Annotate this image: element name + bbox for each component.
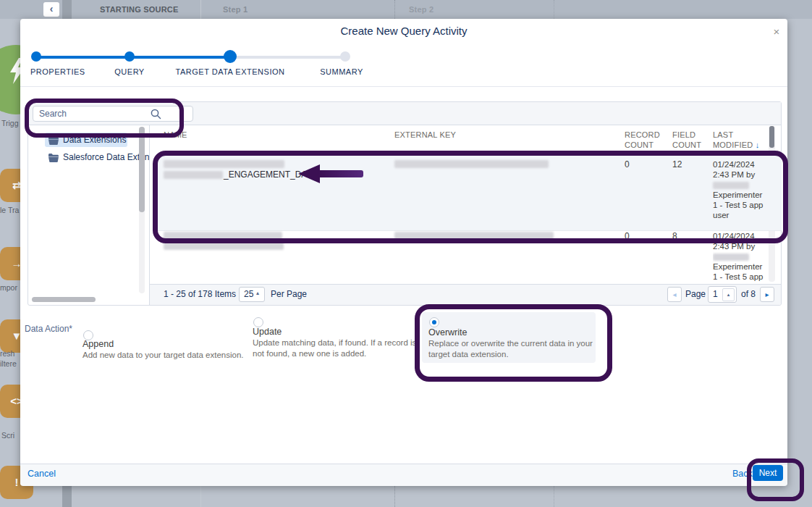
step-dot-properties[interactable] xyxy=(31,51,41,62)
sidebar-item-salesforce-data-extensions[interactable]: Salesforce Data Extens xyxy=(63,152,149,162)
update-radio[interactable] xyxy=(253,317,263,327)
tab-query[interactable]: QUERY xyxy=(114,67,144,76)
column-header-name[interactable]: NAME xyxy=(164,130,187,140)
row2-lm-user-line1: Experimenter xyxy=(713,261,775,272)
next-page-button[interactable]: ▸ xyxy=(760,287,774,302)
chevron-up-icon: ▴ xyxy=(256,290,259,296)
search-input[interactable] xyxy=(33,106,193,122)
overwrite-option-label[interactable]: Overwrite xyxy=(428,327,467,338)
tab-properties[interactable]: PROPERTIES xyxy=(30,67,85,76)
folder-icon xyxy=(48,136,59,145)
row1-field-count: 12 xyxy=(672,159,682,169)
per-page-label: Per Page xyxy=(271,289,307,299)
redacted-user-name xyxy=(713,251,775,261)
redacted-name-prefix xyxy=(164,171,223,179)
steps-divider xyxy=(20,86,787,87)
data-action-label: Data Action* xyxy=(25,324,72,334)
sort-descending-icon: ↓ xyxy=(756,141,760,149)
column-header-record-count[interactable]: RECORD COUNT xyxy=(625,130,662,150)
close-icon[interactable]: × xyxy=(770,25,783,38)
update-option-label[interactable]: Update xyxy=(253,327,282,337)
step-dot-target-data-extension[interactable] xyxy=(224,50,237,63)
cancel-button[interactable]: Cancel xyxy=(28,469,56,479)
modal-title: Create New Query Activity xyxy=(20,25,787,37)
folder-icon xyxy=(48,154,59,162)
tree-horizontal-scrollbar-thumb[interactable] xyxy=(32,297,96,302)
row2-record-count: 0 xyxy=(625,231,630,241)
page-number-value: 1 xyxy=(713,289,718,299)
items-count-text: 1 - 25 of 178 Items xyxy=(164,289,236,299)
row1-lm-time: 2:43 PM by xyxy=(713,169,775,180)
append-option-description: Add new data to your target data extensi… xyxy=(83,350,243,361)
per-page-value: 25 xyxy=(244,289,253,299)
previous-page-button[interactable]: ◂ xyxy=(667,287,682,302)
overwrite-radio[interactable] xyxy=(429,317,439,327)
last-modified-text: LAST MODIFIED xyxy=(713,130,753,149)
overwrite-option-description: Replace or overwrite the current data in… xyxy=(428,338,602,359)
page-number-input[interactable]: 1 ▴ xyxy=(708,286,737,303)
redacted-user-name xyxy=(713,180,775,190)
page-stepper-button[interactable]: ▴ xyxy=(722,288,735,301)
step-dot-summary xyxy=(340,51,350,62)
back-button[interactable]: Back xyxy=(732,469,753,479)
redacted-name-line1 xyxy=(164,232,282,240)
annotation-arrow-shaft xyxy=(318,170,363,177)
tree-panel-divider xyxy=(149,125,150,305)
page-of-total-text: of 8 xyxy=(741,289,756,299)
redacted-name-line2 xyxy=(164,242,284,250)
row2-lm-date: 01/24/2024 xyxy=(713,231,775,241)
append-option-label[interactable]: Append xyxy=(83,339,114,349)
search-icon[interactable] xyxy=(151,109,161,120)
column-header-external-key[interactable]: EXTERNAL KEY xyxy=(394,130,456,140)
page-label: Page xyxy=(685,289,706,299)
column-header-last-modified[interactable]: LAST MODIFIED ↓ xyxy=(713,130,765,150)
next-button[interactable]: Next xyxy=(753,465,783,481)
row1-record-count: 0 xyxy=(625,159,630,169)
row2-lm-user-line2: 1 - Test 5 app xyxy=(713,272,775,282)
per-page-select[interactable]: 25 ▴ xyxy=(239,287,265,302)
modal-content: Create New Query Activity × PROPERTIES Q… xyxy=(0,0,812,507)
update-option-description: Update matching data, if found. If a rec… xyxy=(253,338,425,359)
tree-vertical-scrollbar-thumb[interactable] xyxy=(139,127,145,212)
row1-lm-user-line3: user xyxy=(713,210,775,220)
row1-lm-date: 01/24/2024 xyxy=(713,159,775,169)
step-dot-query[interactable] xyxy=(124,51,135,62)
row2-field-count: 8 xyxy=(672,231,677,241)
modal-footer xyxy=(20,464,787,486)
sidebar-item-data-extensions[interactable]: Data Extensions xyxy=(63,135,126,145)
column-header-field-count[interactable]: FIELD COUNT xyxy=(672,130,704,150)
row2-lm-time: 2:43 PM by xyxy=(713,241,775,251)
row2-last-modified: 01/24/2024 2:43 PM by Experimenter 1 - T… xyxy=(713,231,775,282)
tab-target-data-extension[interactable]: TARGET DATA EXTENSION xyxy=(176,67,285,76)
tab-summary: SUMMARY xyxy=(320,67,363,76)
table-vertical-scrollbar-thumb[interactable] xyxy=(769,126,774,148)
automation-studio-screen: ‹ STARTING SOURCE Step 1 Step 2 Trigg ⇄ … xyxy=(0,0,812,507)
redacted-external-key xyxy=(394,160,549,168)
annotation-arrow-head xyxy=(298,164,320,183)
redacted-name-line1 xyxy=(164,160,284,168)
row1-lm-user-line2: 1 - Test 5 app xyxy=(713,200,775,210)
row1-last-modified: 01/24/2024 2:43 PM by Experimenter 1 - T… xyxy=(713,159,775,220)
row1-lm-user-line1: Experimenter xyxy=(713,190,775,200)
redacted-external-key xyxy=(394,232,554,240)
